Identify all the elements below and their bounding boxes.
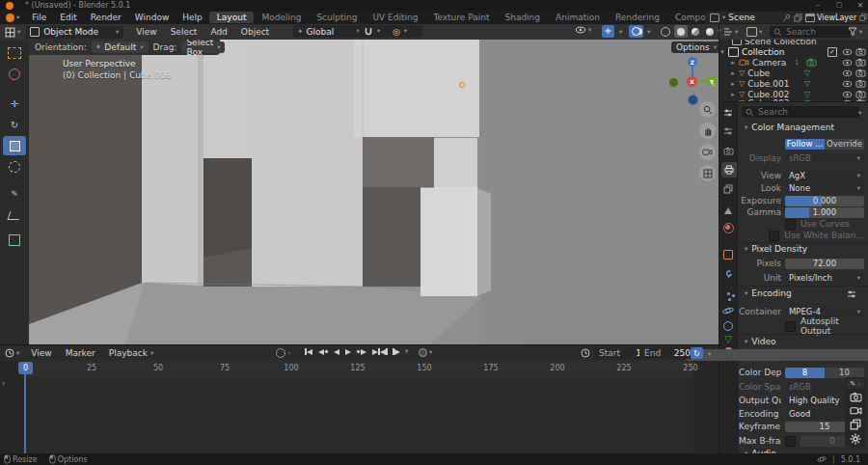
ortho-toggle-button[interactable] [699,165,716,181]
use-white-balance-row[interactable]: Use White Balan... [769,231,864,241]
tool-measure[interactable] [3,205,26,225]
tab-scene[interactable] [720,201,736,216]
section-video[interactable]: ▾Video [745,337,775,346]
navigation-gizmo[interactable]: Z X Y [661,51,719,109]
chevron-down-icon[interactable]: ▾ [708,351,711,358]
minimize-button[interactable]: – [810,1,826,10]
drag-dropdown[interactable]: Select Box ▾ [181,41,225,53]
tab-object[interactable] [720,247,736,262]
orientation-dropdown[interactable]: ⌖ Default ▾ [92,41,149,53]
section-pixel-density[interactable]: ▾Pixel Density [745,244,807,254]
outliner-row-cube[interactable]: ▸ ▽ Cube ▽ [719,68,868,78]
gizmo-z-neg-axis[interactable] [688,95,698,105]
depth-10-option[interactable]: 10 [825,368,864,378]
tool-move[interactable]: ✛ [3,94,26,113]
unit-dropdown[interactable]: Pixels/Inch▾ [785,273,864,284]
disclosure-icon[interactable]: ▾ [719,48,725,56]
shading-material-button[interactable] [689,25,702,38]
disable-render-icon[interactable] [855,79,866,88]
container-dropdown[interactable]: MPEG-4▾ [785,307,864,317]
workspace-tab-modeling[interactable]: Modeling [254,12,309,23]
hide-eye-icon[interactable] [842,68,853,78]
viewlayer-selector[interactable]: ViewLayer [802,12,868,23]
timeline-track-area[interactable]: › [0,377,719,454]
camera-view-button[interactable] [699,144,716,160]
shading-wireframe-button[interactable] [658,25,673,38]
play-button[interactable] [345,349,351,355]
look-dropdown[interactable]: None▾ [785,183,864,194]
editor-type-button[interactable]: ▾ [0,27,25,38]
exposure-slider[interactable]: 0.000 [785,196,864,206]
color-depth-toggle[interactable]: 8 10 [785,368,864,378]
tool-cursor[interactable] [3,65,26,84]
network-status-icon[interactable] [817,454,827,464]
workspace-tab-uv-editing[interactable]: UV Editing [365,12,425,23]
hide-eye-icon[interactable] [842,79,853,89]
chevron-down-icon[interactable]: ▾ [858,110,861,117]
end-frame-field[interactable]: End250 [639,347,695,359]
transform-orientation-selector[interactable]: ⌖ Global ▾ [293,25,365,38]
view-transform-dropdown[interactable]: AgX▾ [785,171,864,181]
channel-expander-icon[interactable]: › [2,379,5,388]
current-frame-field[interactable]: 0 [686,349,868,361]
shading-solid-button[interactable] [674,25,688,38]
start-frame-field[interactable]: Start1 [594,347,646,359]
outliner-display-mode[interactable]: ▾ [723,27,738,37]
3d-scene[interactable] [29,40,719,344]
hide-eye-icon[interactable] [842,58,853,68]
display-dropdown[interactable]: sRGB▾ [785,153,864,164]
copy-viewlayer-icon[interactable] [859,14,867,21]
menu-object[interactable]: Object [234,27,276,37]
pan-button[interactable] [699,123,716,139]
disable-render-icon[interactable] [855,47,866,56]
tool-annotate[interactable]: ✎ [3,184,26,204]
tool-select-box[interactable] [3,43,26,63]
shading-rendered-button[interactable] [703,25,717,38]
tab-output[interactable] [721,162,737,178]
timeline-menu-playback[interactable]: Playback▾ [102,348,160,358]
step-forward-button[interactable] [393,348,400,355]
disclosure-icon[interactable]: ▸ [730,59,736,67]
show-gizmo-toggle[interactable]: ✛ [602,25,614,38]
close-button[interactable]: ✕ [853,1,868,10]
chevron-down-icon[interactable]: ▾ [647,29,650,36]
outliner-row-scene-collection[interactable]: Scene Collection [719,40,868,46]
workspace-tab-shading[interactable]: Shading [497,12,548,23]
play-reverse-button[interactable] [334,349,339,355]
section-color-management[interactable]: ▾Color Management [745,123,834,132]
copy-icon[interactable] [850,419,861,430]
outliner-row-camera[interactable]: ▸ Camera ⤵ [719,57,868,68]
show-overlays-toggle[interactable] [629,25,643,38]
video-camera-icon[interactable] [850,405,862,416]
workspace-tab-layout[interactable]: Layout [209,12,255,23]
tool-transform[interactable] [3,157,26,177]
tab-modifiers[interactable] [720,266,736,282]
timeline-ruler[interactable]: 0 25 50 75 100 125 150 175 200 225 250 [0,361,719,377]
pin-icon[interactable] [782,14,791,22]
playhead-flag[interactable]: 0 [18,362,33,374]
jump-to-end-button[interactable] [372,348,380,355]
3d-viewport[interactable]: Orientation: ⌖ Default ▾ Drag: Select Bo… [29,40,719,344]
section-encoding[interactable]: ▾Encoding [745,288,792,298]
max-bframes-checkbox[interactable] [785,436,796,447]
menu-add[interactable]: Add [203,27,233,37]
timeline-menu-marker[interactable]: Marker [59,348,102,358]
use-curves-checkbox[interactable] [785,219,796,230]
jump-to-start-button[interactable] [305,348,312,355]
scene-selector[interactable]: ▾ Scene [705,12,807,23]
menu-file[interactable]: File [25,13,53,22]
override-option[interactable]: Override [825,139,864,150]
auto-keying-button[interactable]: ▾ [276,348,290,358]
tab-tool[interactable] [720,123,736,139]
step-back-button[interactable] [380,348,388,355]
gamma-slider[interactable]: 1.000 [785,207,864,218]
menu-select[interactable]: Select [164,27,204,37]
visibility-dropdown[interactable]: ▾ [575,25,591,35]
disable-render-icon[interactable] [855,58,866,67]
pixels-field[interactable]: 72.00 [785,259,864,269]
menu-window[interactable]: Window [128,13,176,22]
tab-physics[interactable] [720,303,736,318]
keying-set-button[interactable]: ▾ [419,348,432,357]
use-white-balance-checkbox[interactable] [769,231,779,241]
properties-search-input[interactable]: Search [742,106,859,118]
